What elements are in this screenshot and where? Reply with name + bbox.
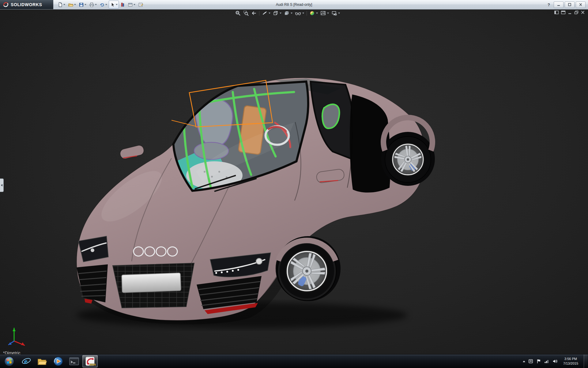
new-document-button[interactable] [56,1,66,9]
save-floppy-icon [79,2,84,7]
chevron-left-icon [1,184,2,186]
pane-left-icon [554,10,559,14]
dropdown-caret-icon [134,4,135,5]
previous-view-button[interactable] [250,10,258,17]
save-button[interactable] [77,1,88,9]
folder-icon [37,357,47,366]
taskbar-item-internet-explorer[interactable]: e [19,355,34,367]
taskbar-clock[interactable]: 3:56 PM 7/13/2015 [561,357,581,366]
dropdown-caret-icon [85,4,86,5]
pane-restore-icon [561,10,566,14]
open-button[interactable] [67,1,77,9]
edit-appearance-ball-icon [309,10,315,16]
zoom-to-fit-button[interactable] [234,10,242,17]
edit-appearance-button[interactable] [308,10,319,17]
clock-time: 3:56 PM [563,357,578,361]
maximize-icon [568,3,571,6]
start-button[interactable] [1,355,18,368]
rear-wheel[interactable] [385,136,431,182]
window-title: Audi R8 S [Read-only] [92,2,496,7]
print-icon [89,2,94,7]
toolbar-separator [259,11,259,16]
open-folder-icon [68,2,74,7]
solidworks-logo-icon [3,2,9,7]
design-table-icon [128,2,133,7]
hide-show-glasses-icon [295,10,301,16]
taskbar-item-command-prompt[interactable] [66,355,82,367]
close-button[interactable] [576,2,586,8]
apply-scene-icon [320,10,326,16]
document-restore-button[interactable] [574,10,579,14]
intake-left[interactable] [77,264,108,302]
document-minimize-icon [568,10,572,14]
reference-triad[interactable] [5,322,29,347]
car-model[interactable] [0,9,588,355]
action-center-flag-icon[interactable] [536,359,541,364]
dropdown-caret-icon [95,4,97,5]
undo-arrow-icon [100,2,105,7]
tray-app-icon[interactable] [528,359,533,364]
section-view-button[interactable] [261,10,271,17]
app-titlebar: SOLIDWORKS [0,0,588,10]
document-restore-icon [574,10,579,14]
model-canvas[interactable] [0,9,588,355]
view-orientation-cube-icon [273,10,278,16]
caption-buttons: ? [545,2,588,8]
toolbar-separator [307,11,307,16]
dropdown-caret-icon [116,4,118,5]
internet-explorer-icon: e [21,356,31,366]
windows-start-icon [4,356,14,366]
mirror-left[interactable] [119,144,145,160]
network-icon[interactable] [544,359,549,364]
select-tool-button[interactable] [109,1,119,9]
taskbar-item-media-player[interactable] [51,355,66,367]
show-desktop-button[interactable] [584,355,587,368]
document-close-icon [581,10,585,14]
apply-scene-button[interactable] [319,10,330,17]
pane-left-button[interactable] [554,10,559,14]
undo-button[interactable] [98,1,108,9]
new-document-icon [58,2,63,7]
taskbar: e [0,354,588,368]
maximize-button[interactable] [565,2,575,8]
design-table-button[interactable] [126,1,137,9]
main-toolbar [53,1,145,9]
print-button[interactable] [88,1,98,9]
featuremanager-flyout-handle[interactable] [0,178,4,192]
volume-icon[interactable] [552,359,558,364]
dropdown-caret-icon [327,13,329,14]
zoom-to-fit-icon [235,10,241,16]
pane-restore-button[interactable] [561,10,566,14]
dropdown-caret-icon [280,13,281,14]
xpress-tools-icon [120,2,125,7]
select-cursor-icon [110,2,115,7]
view-settings-icon [331,10,337,16]
show-hidden-icons-chevron[interactable] [523,361,525,362]
options-sheet-icon [138,2,143,7]
display-style-icon [284,10,289,16]
options-sheet-button[interactable] [137,1,145,9]
dropdown-caret-icon [316,13,318,14]
view-settings-button[interactable] [330,10,341,17]
previous-view-icon [251,10,257,16]
document-close-button[interactable] [581,10,585,14]
dropdown-caret-icon [291,13,292,14]
help-button[interactable]: ? [545,2,552,7]
hide-show-items-button[interactable] [294,10,305,17]
command-prompt-icon [69,357,79,366]
minimize-button[interactable] [554,2,564,8]
svg-text:e: e [24,357,28,365]
car-group[interactable] [77,78,435,328]
taskbar-item-solidworks-2015[interactable]: 2015 [82,355,98,367]
minimize-icon [557,3,560,6]
clock-date: 7/13/2015 [563,361,578,366]
zoom-to-area-button[interactable] [242,10,250,17]
xpress-tools-button[interactable] [119,1,126,9]
graphics-viewport[interactable]: *Dimetric [0,9,588,355]
brand-text: SOLIDWORKS [11,2,42,7]
close-icon [579,3,582,6]
display-style-button[interactable] [283,10,293,17]
document-minimize-button[interactable] [568,10,572,14]
taskbar-item-file-explorer[interactable] [35,355,50,367]
view-orientation-button[interactable] [272,10,282,17]
